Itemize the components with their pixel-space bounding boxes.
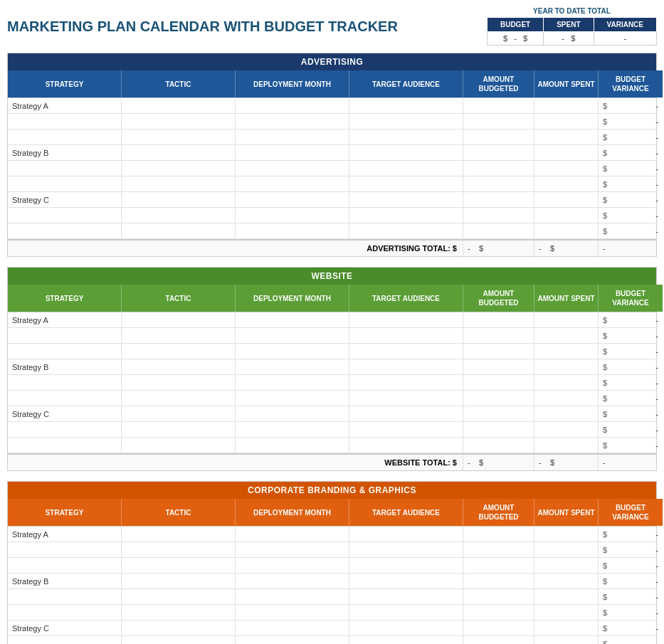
cell[interactable]: [463, 527, 534, 542]
cell[interactable]: [8, 438, 122, 453]
cell[interactable]: [8, 223, 122, 238]
cell[interactable]: [8, 161, 122, 176]
cell[interactable]: [463, 422, 534, 437]
cell[interactable]: [122, 344, 236, 359]
cell[interactable]: [349, 391, 463, 406]
cell[interactable]: [8, 130, 122, 144]
variance-cell[interactable]: $-: [599, 527, 663, 542]
cell[interactable]: [349, 359, 463, 374]
cell[interactable]: [8, 558, 122, 573]
cell[interactable]: [349, 145, 463, 160]
cell[interactable]: [236, 422, 349, 437]
cell[interactable]: [349, 312, 463, 327]
cell[interactable]: [122, 589, 236, 604]
cell[interactable]: [534, 527, 599, 542]
cell[interactable]: [463, 438, 534, 453]
variance-cell[interactable]: $-: [599, 621, 663, 635]
cell[interactable]: [349, 422, 463, 437]
cell[interactable]: [349, 344, 463, 359]
cell[interactable]: [122, 359, 236, 374]
cell[interactable]: [349, 208, 463, 223]
cell[interactable]: [349, 574, 463, 588]
cell[interactable]: [349, 542, 463, 557]
variance-cell[interactable]: $-: [599, 114, 663, 129]
cell[interactable]: [122, 574, 236, 588]
cell[interactable]: [349, 375, 463, 390]
cell[interactable]: [534, 130, 599, 144]
cell[interactable]: [122, 114, 236, 129]
cell[interactable]: [534, 422, 599, 437]
cell[interactable]: [236, 621, 349, 635]
cell[interactable]: [236, 98, 349, 113]
cell[interactable]: [349, 114, 463, 129]
cell[interactable]: [236, 636, 349, 644]
cell[interactable]: [534, 161, 599, 176]
variance-cell[interactable]: $-: [599, 208, 663, 223]
cell[interactable]: [534, 344, 599, 359]
cell[interactable]: [463, 375, 534, 390]
variance-cell[interactable]: $-: [599, 98, 663, 113]
cell[interactable]: [122, 605, 236, 620]
cell[interactable]: [122, 223, 236, 238]
cell[interactable]: [122, 558, 236, 573]
variance-cell[interactable]: $-: [599, 223, 663, 238]
cell[interactable]: [8, 114, 122, 129]
variance-cell[interactable]: $-: [599, 161, 663, 176]
cell[interactable]: [349, 130, 463, 144]
cell[interactable]: [236, 589, 349, 604]
cell[interactable]: [534, 605, 599, 620]
cell[interactable]: [534, 438, 599, 453]
cell[interactable]: [122, 192, 236, 207]
cell[interactable]: [236, 328, 349, 343]
cell[interactable]: [463, 312, 534, 327]
cell[interactable]: [236, 438, 349, 453]
variance-cell[interactable]: $-: [599, 176, 663, 191]
variance-cell[interactable]: $-: [599, 558, 663, 573]
cell[interactable]: [463, 145, 534, 160]
cell[interactable]: [463, 406, 534, 421]
cell[interactable]: [534, 312, 599, 327]
cell[interactable]: [534, 208, 599, 223]
cell[interactable]: [463, 589, 534, 604]
cell[interactable]: [122, 176, 236, 191]
cell[interactable]: [122, 542, 236, 557]
cell[interactable]: [122, 636, 236, 644]
cell[interactable]: [236, 359, 349, 374]
variance-cell[interactable]: $-: [599, 130, 663, 144]
variance-cell[interactable]: $-: [599, 192, 663, 207]
cell[interactable]: [463, 605, 534, 620]
cell[interactable]: [534, 621, 599, 635]
cell[interactable]: [463, 391, 534, 406]
cell[interactable]: [8, 589, 122, 604]
cell[interactable]: [349, 589, 463, 604]
cell[interactable]: [463, 208, 534, 223]
variance-cell[interactable]: $-: [599, 328, 663, 343]
cell[interactable]: [236, 192, 349, 207]
cell[interactable]: [8, 344, 122, 359]
cell[interactable]: [8, 176, 122, 191]
cell[interactable]: [463, 574, 534, 588]
cell[interactable]: [534, 574, 599, 588]
cell[interactable]: [122, 328, 236, 343]
cell[interactable]: [122, 406, 236, 421]
variance-cell[interactable]: $-: [599, 422, 663, 437]
variance-cell[interactable]: $-: [599, 438, 663, 453]
variance-cell[interactable]: $-: [599, 605, 663, 620]
cell[interactable]: [349, 98, 463, 113]
cell[interactable]: [122, 438, 236, 453]
cell[interactable]: [463, 98, 534, 113]
cell[interactable]: [122, 391, 236, 406]
variance-cell[interactable]: $-: [599, 636, 663, 644]
variance-cell[interactable]: $-: [599, 589, 663, 604]
cell[interactable]: [122, 161, 236, 176]
variance-cell[interactable]: $-: [599, 574, 663, 588]
cell[interactable]: [463, 359, 534, 374]
cell[interactable]: [463, 344, 534, 359]
cell[interactable]: [534, 636, 599, 644]
cell[interactable]: [349, 438, 463, 453]
cell[interactable]: [463, 192, 534, 207]
cell[interactable]: [349, 328, 463, 343]
cell[interactable]: [463, 223, 534, 238]
cell[interactable]: [534, 375, 599, 390]
cell[interactable]: [8, 542, 122, 557]
